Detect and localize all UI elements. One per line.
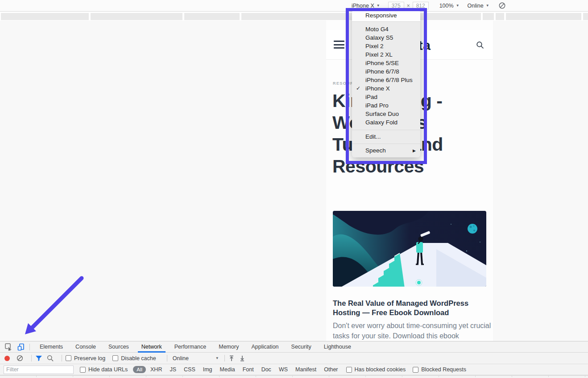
device-dropdown-menu: Responsive Moto G4 Galaxy S5 Pixel 2 xyxy=(352,10,420,157)
dimension-times-label: × xyxy=(407,3,410,9)
hide-data-urls-control: Hide data URLs xyxy=(80,366,128,373)
menu-item-device[interactable]: Moto G4 xyxy=(352,25,420,33)
devtools-tab[interactable]: Network xyxy=(135,341,168,353)
devtools-tabbar: ElementsConsoleSourcesNetworkPerformance… xyxy=(0,341,588,353)
request-type-filter[interactable]: Manifest xyxy=(295,366,316,373)
hide-data-urls-label: Hide data URLs xyxy=(88,366,128,373)
devtools-tab[interactable]: Console xyxy=(69,341,102,353)
menu-item-label: Edit... xyxy=(365,133,381,140)
menu-item-edit[interactable]: Edit... xyxy=(352,130,420,144)
menu-item-label: Galaxy Fold xyxy=(365,119,398,126)
search-network-icon[interactable] xyxy=(47,355,54,362)
request-type-filter[interactable]: XHR xyxy=(150,366,162,373)
disable-cache-checkbox[interactable] xyxy=(112,355,118,361)
clear-network-log-icon[interactable] xyxy=(17,355,23,362)
request-type-filter[interactable]: Img xyxy=(203,366,212,373)
devtools-tabs: ElementsConsoleSourcesNetworkPerformance… xyxy=(33,341,357,353)
devtools-tab[interactable]: Application xyxy=(245,341,285,353)
menu-item-label: iPhone X xyxy=(365,85,390,92)
submenu-arrow-icon: ▶ xyxy=(413,144,416,157)
article-hero-image[interactable] xyxy=(333,211,486,287)
zoom-select[interactable]: 100% ▼ xyxy=(439,3,460,9)
viewport-width-input[interactable] xyxy=(388,2,404,9)
throttling-select[interactable]: Online ▼ xyxy=(173,355,219,362)
menu-item-device[interactable]: Pixel 2 xyxy=(352,42,420,50)
placeholder-block xyxy=(483,13,494,20)
blocked-requests-checkbox[interactable] xyxy=(413,367,418,373)
menu-item-device[interactable]: iPad Pro xyxy=(352,101,420,110)
request-type-filter[interactable]: Media xyxy=(220,366,235,373)
network-throttle-label: Online xyxy=(468,3,484,9)
article-title-link[interactable]: The Real Value of Managed WordPress Host… xyxy=(333,299,490,317)
devtools-tab[interactable]: Security xyxy=(285,341,318,353)
request-type-filter[interactable]: Other xyxy=(324,366,338,373)
menu-item-device[interactable]: iPad xyxy=(352,93,420,101)
separator xyxy=(224,355,225,362)
filter-all-pill[interactable]: All xyxy=(133,366,146,373)
article-excerpt: Don't ever worry about time-consuming ye… xyxy=(333,320,492,341)
devtools-tab[interactable]: Sources xyxy=(102,341,135,353)
request-type-filter[interactable]: Doc xyxy=(261,366,271,373)
network-throttle-select[interactable]: Online ▼ xyxy=(468,3,489,9)
filter-input[interactable] xyxy=(4,366,74,374)
screenshot-root: iPhone X ▼ × 100% ▼ Online ▼ xyxy=(0,0,588,378)
request-type-filter[interactable]: WS xyxy=(279,366,288,373)
menu-item-device[interactable]: Galaxy S5 xyxy=(352,33,420,42)
menu-item-label: iPhone 6/7/8 xyxy=(365,68,399,75)
placeholder-block xyxy=(583,13,588,20)
menu-item-label: Speech xyxy=(365,147,386,154)
devtools-tab[interactable]: Performance xyxy=(168,341,213,353)
network-table-header[interactable] xyxy=(0,375,588,377)
export-har-icon[interactable] xyxy=(239,355,245,362)
menu-item-device[interactable]: iPhone 6/7/8 xyxy=(352,67,420,76)
menu-item-label: iPad Pro xyxy=(365,102,389,109)
placeholder-block xyxy=(496,13,504,20)
menu-item-device[interactable]: Surface Duo xyxy=(352,110,420,118)
menu-item-label: Pixel 2 xyxy=(365,43,384,49)
rotate-viewport-icon[interactable] xyxy=(498,2,506,9)
zoom-select-label: 100% xyxy=(439,3,454,9)
devtools-tab[interactable]: Elements xyxy=(33,341,69,353)
menu-item-device[interactable]: ✓ iPhone X xyxy=(352,84,420,93)
menu-item-responsive[interactable]: Responsive xyxy=(352,10,420,21)
request-type-filter[interactable]: CSS xyxy=(184,366,195,373)
menu-item-label: Pixel 2 XL xyxy=(365,51,393,58)
menu-item-device[interactable]: Pixel 2 XL xyxy=(352,50,420,59)
preserve-log-control: Preserve log xyxy=(66,355,105,362)
menu-item-device[interactable]: iPhone 6/7/8 Plus xyxy=(352,76,420,84)
request-type-filter[interactable]: JS xyxy=(170,366,176,373)
inspect-element-icon[interactable] xyxy=(4,342,13,352)
devtools-panel: ElementsConsoleSourcesNetworkPerformance… xyxy=(0,341,588,378)
browser-viewport: Kinsta RESOURCES Kinsta Blog -WordPressT… xyxy=(0,21,588,341)
viewport-height-input[interactable] xyxy=(413,2,429,9)
record-network-log-button[interactable] xyxy=(4,356,10,361)
chevron-down-icon: ▼ xyxy=(215,356,219,360)
hide-data-urls-checkbox[interactable] xyxy=(80,367,86,373)
placeholder-block xyxy=(184,13,240,20)
menu-item-device[interactable]: Galaxy Fold xyxy=(352,118,420,127)
request-type-filter[interactable]: Font xyxy=(243,366,254,373)
toggle-device-toolbar-icon[interactable] xyxy=(16,342,26,352)
blocked-requests-control: Blocked Requests xyxy=(413,366,466,373)
search-icon[interactable] xyxy=(476,41,484,51)
has-blocked-cookies-checkbox[interactable] xyxy=(346,367,352,373)
separator xyxy=(167,355,167,362)
network-toolbar: Preserve log Disable cache Online ▼ xyxy=(0,353,588,364)
devtools-tab[interactable]: Lighthouse xyxy=(318,341,357,353)
disable-cache-control: Disable cache xyxy=(112,355,156,362)
device-select[interactable]: iPhone X ▼ xyxy=(352,3,380,9)
disable-cache-label: Disable cache xyxy=(121,355,156,362)
menu-item-speech[interactable]: Speech ▶ xyxy=(352,144,420,157)
preserve-log-label: Preserve log xyxy=(74,355,105,362)
has-blocked-cookies-label: Has blocked cookies xyxy=(355,366,406,373)
filter-icon[interactable] xyxy=(35,355,42,362)
import-har-icon[interactable] xyxy=(228,355,235,362)
menu-item-device[interactable]: iPhone 5/SE xyxy=(352,59,420,67)
menu-item-label: iPad xyxy=(365,94,377,100)
device-mode-toolbar: iPhone X ▼ × 100% ▼ Online ▼ xyxy=(0,0,588,12)
preserve-log-checkbox[interactable] xyxy=(66,355,71,361)
chevron-down-icon: ▼ xyxy=(377,4,380,8)
separator xyxy=(62,355,62,362)
annotation-arrow xyxy=(13,273,89,341)
devtools-tab[interactable]: Memory xyxy=(212,341,245,353)
